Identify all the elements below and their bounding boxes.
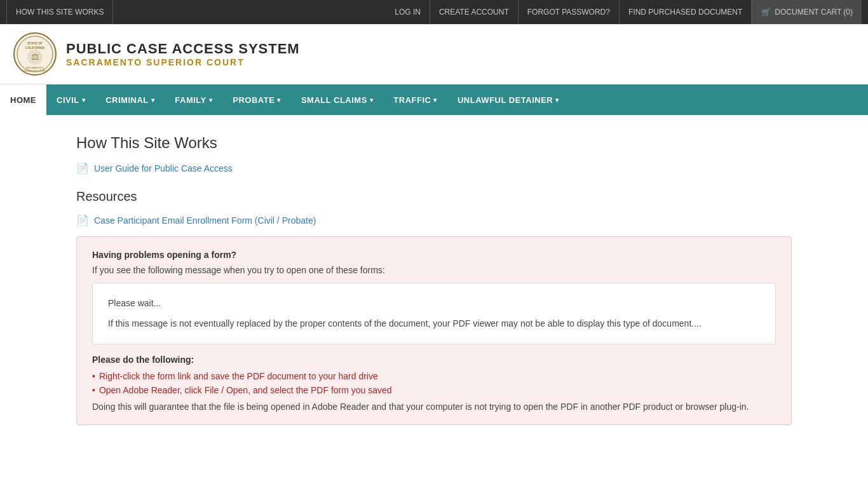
do-item-label: Open Adobe Reader, click File / Open, an… bbox=[99, 385, 392, 395]
main-content: How This Site Works 📄 User Guide for Pub… bbox=[0, 115, 868, 444]
chevron-down-icon: ▾ bbox=[370, 97, 374, 104]
header-text-block: PUBLIC CASE ACCESS SYSTEM SACRAMENTO SUP… bbox=[66, 41, 300, 67]
nav-label-criminal: CRIMINAL bbox=[105, 95, 149, 105]
inner-line2: If this message is not eventually replac… bbox=[108, 316, 760, 330]
user-guide-label: User Guide for Public Case Access bbox=[94, 163, 233, 173]
svg-text:STATE OF: STATE OF bbox=[27, 41, 43, 45]
log-in-link[interactable]: LOG IN bbox=[386, 0, 430, 24]
nav-item-civil[interactable]: CIVIL ▾ bbox=[46, 85, 95, 115]
svg-text:CALIFORNIA: CALIFORNIA bbox=[25, 46, 45, 50]
chevron-down-icon: ▾ bbox=[151, 97, 155, 104]
site-subtitle: SACRAMENTO SUPERIOR COURT bbox=[66, 57, 300, 67]
nav-item-traffic[interactable]: TRAFFIC ▾ bbox=[383, 85, 447, 115]
do-title: Please do the following: bbox=[92, 355, 776, 365]
create-account-link[interactable]: CREATE ACCOUNT bbox=[430, 0, 519, 24]
do-list: Right-click the form link and save the P… bbox=[92, 371, 776, 395]
alert-box: Having problems opening a form? If you s… bbox=[76, 236, 792, 425]
participant-form-link[interactable]: 📄 Case Participant Email Enrollment Form… bbox=[76, 214, 792, 226]
nav-item-small-claims[interactable]: SMALL CLAIMS ▾ bbox=[291, 85, 383, 115]
nav-label-small-claims: SMALL CLAIMS bbox=[301, 95, 367, 105]
chevron-down-icon: ▾ bbox=[433, 97, 437, 104]
nav-item-probate[interactable]: PROBATE ▾ bbox=[222, 85, 291, 115]
alert-title: Having problems opening a form? bbox=[92, 250, 776, 260]
pdf-icon: 📄 bbox=[76, 162, 89, 174]
nav-item-home[interactable]: HOME bbox=[0, 85, 46, 115]
do-list-item: Right-click the form link and save the P… bbox=[92, 371, 776, 381]
alert-footer: Doing this will guarantee that the file … bbox=[92, 402, 776, 412]
nav-label-family: FAMILY bbox=[175, 95, 206, 105]
pdf-icon: 📄 bbox=[76, 214, 89, 226]
nav-label-traffic: TRAFFIC bbox=[393, 95, 431, 105]
svg-text:SUPERIOR COURT: SUPERIOR COURT bbox=[24, 69, 47, 72]
nav-item-criminal[interactable]: CRIMINAL ▾ bbox=[95, 85, 165, 115]
forgot-password-link[interactable]: FORGOT PASSWORD? bbox=[519, 0, 620, 24]
nav-item-unlawful-detainer[interactable]: UNLAWFUL DETAINER ▾ bbox=[447, 85, 569, 115]
inner-line1: Please wait... bbox=[108, 296, 760, 310]
chevron-down-icon: ▾ bbox=[555, 97, 559, 104]
participant-form-label: Case Participant Email Enrollment Form (… bbox=[94, 215, 316, 226]
alert-intro: If you see the following message when yo… bbox=[92, 265, 776, 275]
nav-item-family[interactable]: FAMILY ▾ bbox=[165, 85, 222, 115]
cart-label: DOCUMENT CART (0) bbox=[775, 8, 853, 17]
site-header: STATE OF CALIFORNIA ⚖ SACRAMENTO SUPERIO… bbox=[0, 24, 868, 85]
document-cart-link[interactable]: 🛒 DOCUMENT CART (0) bbox=[752, 0, 862, 24]
find-purchased-link[interactable]: FIND PURCHASED DOCUMENT bbox=[620, 0, 752, 24]
top-navigation-bar: HOW THIS SITE WORKS LOG IN CREATE ACCOUN… bbox=[0, 0, 868, 24]
svg-text:⚖: ⚖ bbox=[31, 51, 39, 62]
nav-label-home: HOME bbox=[10, 95, 36, 105]
how-site-works-link[interactable]: HOW THIS SITE WORKS bbox=[6, 0, 113, 24]
cart-icon: 🛒 bbox=[761, 8, 771, 17]
do-item-label: Right-click the form link and save the P… bbox=[99, 371, 378, 381]
user-guide-link[interactable]: 📄 User Guide for Public Case Access bbox=[76, 162, 792, 174]
site-title: PUBLIC CASE ACCESS SYSTEM bbox=[66, 41, 300, 57]
resources-title: Resources bbox=[76, 189, 792, 204]
nav-label-civil: CIVIL bbox=[57, 95, 79, 105]
page-title: How This Site Works bbox=[76, 134, 792, 152]
court-seal: STATE OF CALIFORNIA ⚖ SACRAMENTO SUPERIO… bbox=[13, 32, 57, 76]
main-navigation: HOME CIVIL ▾ CRIMINAL ▾ FAMILY ▾ PROBATE… bbox=[0, 85, 868, 115]
chevron-down-icon: ▾ bbox=[82, 97, 86, 104]
nav-label-unlawful-detainer: UNLAWFUL DETAINER bbox=[458, 95, 553, 105]
alert-inner-box: Please wait... If this message is not ev… bbox=[92, 283, 776, 344]
do-list-item: Open Adobe Reader, click File / Open, an… bbox=[92, 385, 776, 395]
nav-label-probate: PROBATE bbox=[233, 95, 275, 105]
chevron-down-icon: ▾ bbox=[209, 97, 213, 104]
chevron-down-icon: ▾ bbox=[277, 97, 281, 104]
